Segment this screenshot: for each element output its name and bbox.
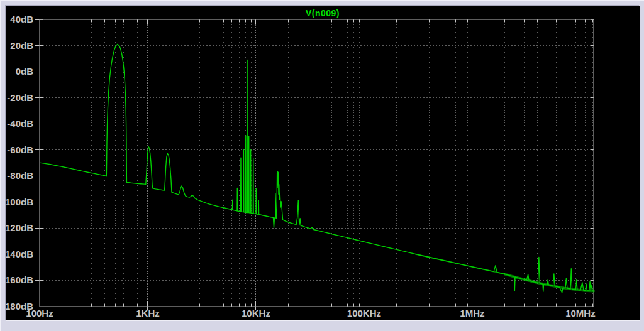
x-axis-label: 100KHz (347, 308, 381, 318)
plot-panel[interactable]: V(n009) 40dB20dB0dB-20dB-40dB-60dB-80dB-… (6, 6, 640, 320)
y-axis-label: -60dB (7, 144, 33, 155)
y-axis-label: 40dB (10, 14, 33, 24)
x-axis-label: 100Hz (26, 308, 53, 318)
y-axis-label: 0dB (16, 66, 34, 77)
y-axis-label: -120dB (6, 222, 33, 233)
x-axis-label: 10KHz (242, 308, 270, 318)
trace-path[interactable] (40, 44, 594, 293)
x-axis-label: 1MHz (460, 308, 484, 318)
x-axis-label: 1KHz (136, 308, 160, 318)
fft-plot[interactable]: 40dB20dB0dB-20dB-40dB-60dB-80dB-100dB-12… (6, 6, 640, 320)
y-axis-label: -140dB (6, 249, 33, 259)
y-axis-label: -100dB (6, 197, 33, 207)
x-axis-label: 10MHz (565, 308, 596, 318)
waveform-viewer-window: V(n009) 40dB20dB0dB-20dB-40dB-60dB-80dB-… (0, 0, 644, 331)
y-axis-label: 20dB (10, 40, 33, 51)
y-axis-label: -20dB (7, 92, 33, 103)
y-axis-label: -80dB (7, 170, 33, 181)
y-axis-label: -160dB (6, 274, 33, 285)
y-axis-label: -40dB (7, 118, 33, 129)
